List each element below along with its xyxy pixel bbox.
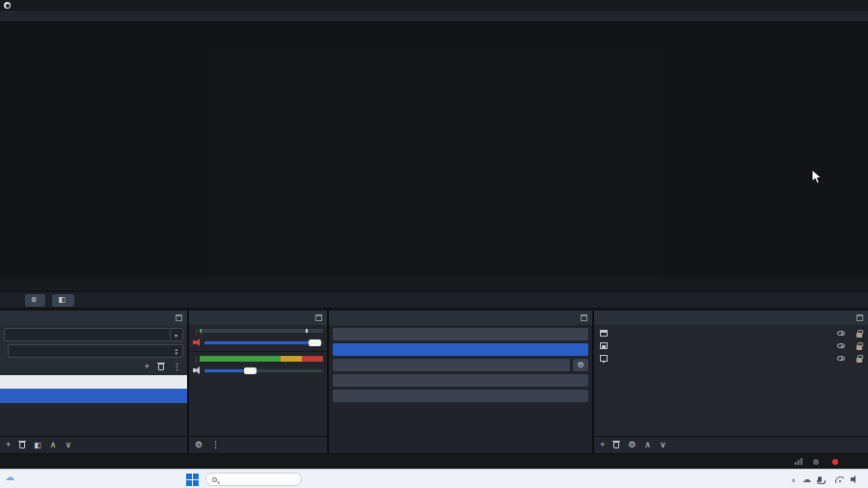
lock-icon[interactable] [856,345,862,350]
mixer-dock-header[interactable] [189,311,327,325]
preview-viewport [0,22,868,277]
source-list-item[interactable] [594,327,868,339]
remove-source-button[interactable] [613,442,619,448]
wifi-icon[interactable] [835,476,844,483]
add-source-button[interactable]: + [600,441,605,449]
speaker-icon[interactable] [193,366,202,374]
titlebar [0,0,868,11]
properties-button[interactable]: ⚙ [25,294,45,307]
add-scene-button[interactable]: + [6,441,11,449]
advanced-audio-button[interactable]: ⚙ [195,441,203,449]
visibility-eye-icon[interactable] [837,343,845,348]
window-capture-icon [600,330,608,337]
stop-recording-button[interactable] [333,343,588,356]
mixer-menu-button[interactable]: ⋮ [211,441,220,449]
controls-dock-header[interactable] [329,311,592,325]
settings-button[interactable] [333,390,588,402]
duration-input[interactable]: ▴▾ [8,344,183,358]
visibility-eye-icon[interactable] [837,331,845,336]
sources-toolbar: + ⚙ ∧ ∨ [594,436,868,453]
audio-mixer-dock: ⋮⋮ [189,311,327,453]
search-icon [212,477,217,482]
lock-icon[interactable] [856,333,862,338]
filters-button[interactable]: ◧ [52,294,74,307]
move-source-down-button[interactable]: ∨ [660,441,666,449]
transition-select[interactable]: ▾ [4,328,183,341]
chevron-down-icon: ▾ [170,330,177,339]
dock-pin-icon [856,314,863,321]
obs-logo-icon [4,2,11,9]
move-scene-up-button[interactable]: ∧ [50,441,57,449]
remove-scene-button[interactable] [19,442,25,448]
microphone-icon[interactable] [818,476,822,482]
image-source-icon [600,342,608,349]
zoom-row [0,277,868,291]
sources-dock: + ⚙ ∧ ∨ [594,311,868,453]
scene-list-item[interactable] [0,389,187,403]
mouse-cursor [811,169,823,185]
spinner-arrows-icon[interactable]: ▴▾ [175,347,177,355]
mixer-toolbar: ⚙ ⋮ [189,436,327,453]
start-streaming-button[interactable] [333,328,588,340]
cloud-icon: ☁ [5,472,14,482]
source-list-item[interactable] [594,339,868,352]
obs-main-window: ⚙ ◧ ▾ ▴▾ [0,0,868,488]
visibility-eye-icon[interactable] [837,356,845,361]
recording-status-icon [832,459,838,465]
taskbar-search[interactable] [205,473,302,486]
transitions-dock-header[interactable] [0,311,187,325]
volume-slider[interactable] [204,369,323,372]
start-virtual-camera-button[interactable] [333,359,570,371]
tray-chevron-up-icon[interactable]: ∧ [792,476,796,483]
remove-transition-button[interactable] [158,364,164,370]
virtual-camera-config-button[interactable]: ⚙ [573,359,588,371]
display-capture-icon [600,355,608,362]
scenes-toolbar: + ◧ ∧ ∨ [0,436,187,453]
dock-pin-icon [176,314,182,321]
mute-icon[interactable] [193,339,202,346]
move-source-up-button[interactable]: ∧ [644,441,651,449]
start-button[interactable] [186,474,199,486]
source-toolbar: ⚙ ◧ [0,291,868,309]
gear-icon: ⚙ [31,296,37,304]
filter-icon: ◧ [58,296,66,304]
drag-handle-icon[interactable]: ⋮⋮ [193,329,198,335]
volume-icon[interactable] [851,475,858,483]
audio-meter [200,356,323,362]
preview-canvas[interactable] [207,50,661,298]
scenes-dock: + ◧ ∧ ∨ [0,375,187,453]
add-transition-button[interactable]: + [145,363,149,371]
weather-widget[interactable]: ☁ [5,472,17,482]
status-bar [0,453,868,469]
scenes-dock-header[interactable] [0,375,187,389]
onedrive-icon[interactable]: ☁ [802,474,811,484]
controls-dock: ⚙ [329,311,592,453]
system-tray: ∧ ☁ [792,470,865,488]
move-scene-down-button[interactable]: ∨ [65,441,71,449]
scene-filters-button[interactable]: ◧ [34,442,41,449]
network-signal-icon [795,458,802,465]
menubar [0,11,868,22]
source-properties-button[interactable]: ⚙ [628,441,636,449]
dock-pin-icon [315,314,322,321]
transition-properties-button[interactable]: ⋮ [173,363,181,371]
audio-meter [200,329,323,333]
docks-area: ▾ ▴▾ + ⋮ [0,311,868,453]
stream-status-icon [813,459,819,465]
drag-handle-icon[interactable]: ⋮⋮ [193,356,198,363]
studio-mode-button[interactable] [333,374,588,387]
lock-icon[interactable] [856,358,862,363]
scene-transitions-dock: ▾ ▴▾ + ⋮ [0,311,187,453]
dock-pin-icon [581,314,587,321]
sources-dock-header[interactable] [594,311,868,325]
source-list-item[interactable] [594,352,868,365]
volume-slider[interactable] [204,341,323,344]
windows-taskbar: ☁ ∧ ☁ [0,469,868,488]
